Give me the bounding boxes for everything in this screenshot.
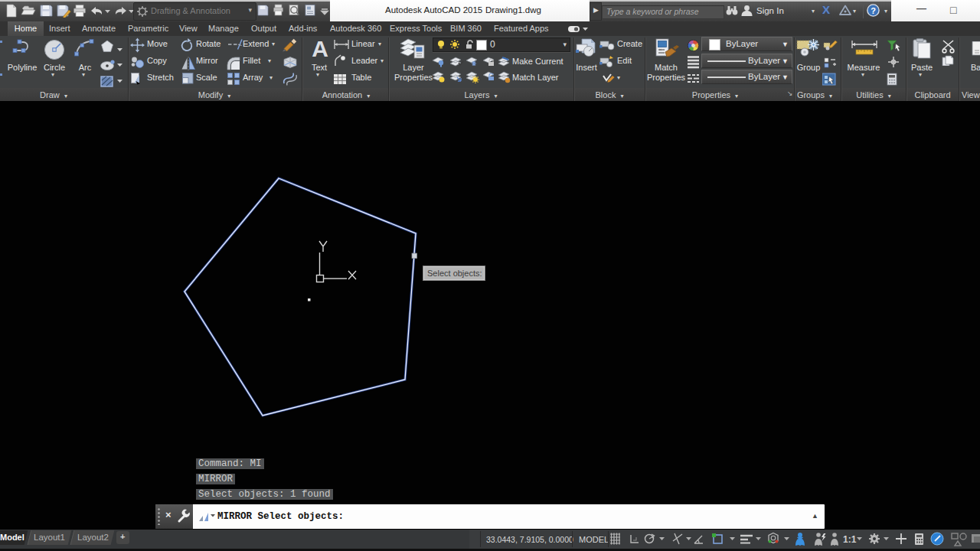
svg-text:1:1: 1:1 <box>843 534 857 545</box>
svg-text:?: ? <box>871 6 876 15</box>
